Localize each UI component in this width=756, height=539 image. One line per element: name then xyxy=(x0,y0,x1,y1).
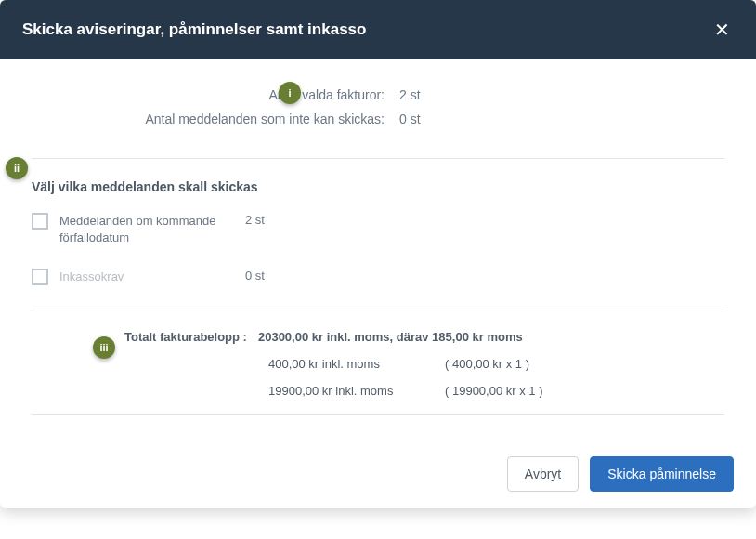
modal-body: Antal valda fakturor: 2 st Antal meddela… xyxy=(0,59,756,445)
close-button[interactable]: ✕ xyxy=(710,17,734,43)
annotation-badge-iii: iii xyxy=(93,336,115,359)
checkbox-upcoming-due[interactable] xyxy=(32,213,48,230)
annotation-badge-i: i xyxy=(279,82,301,104)
totals-summary: 20300,00 kr inkl. moms, därav 185,00 kr … xyxy=(258,330,523,344)
info-invoices-value: 2 st xyxy=(399,87,724,102)
info-unsendable-value: 0 st xyxy=(399,112,724,126)
totals-lines: 400,00 kr inkl. moms ( 400,00 kr x 1 ) 1… xyxy=(124,357,724,398)
divider-1 xyxy=(32,158,724,159)
totals-line-0: 400,00 kr inkl. moms ( 400,00 kr x 1 ) xyxy=(268,357,724,371)
totals-line-1: 19900,00 kr inkl. moms ( 19900,00 kr x 1… xyxy=(268,384,724,398)
totals-label: Totalt fakturabelopp : xyxy=(124,330,247,344)
divider-3 xyxy=(32,414,724,415)
option-count-0: 2 st xyxy=(245,213,265,227)
totals-summary-row: Totalt fakturabelopp : 20300,00 kr inkl.… xyxy=(124,330,724,344)
close-icon: ✕ xyxy=(714,20,730,40)
modal: Skicka aviseringar, påminnelser samt ink… xyxy=(0,0,756,508)
option-count-1: 0 st xyxy=(245,269,265,283)
modal-header: Skicka aviseringar, påminnelser samt ink… xyxy=(0,0,756,59)
modal-title: Skicka aviseringar, påminnelser samt ink… xyxy=(22,20,366,39)
totals-line-0-amount: 400,00 kr inkl. moms xyxy=(268,357,445,371)
info-row-unsendable: Antal meddelanden som inte kan skickas: … xyxy=(32,112,724,126)
option-label-1: Inkassokrav xyxy=(59,269,245,285)
submit-button[interactable]: Skicka påminnelse xyxy=(590,456,734,492)
info-section: Antal valda fakturor: 2 st Antal meddela… xyxy=(32,82,724,158)
checkbox-inkasso[interactable] xyxy=(32,269,48,285)
info-row-invoices: Antal valda fakturor: 2 st xyxy=(32,87,724,102)
totals-section: Totalt fakturabelopp : 20300,00 kr inkl.… xyxy=(32,330,724,398)
section-title: Välj vilka meddelanden skall skickas xyxy=(32,179,724,194)
info-unsendable-label: Antal meddelanden som inte kan skickas: xyxy=(145,112,385,126)
option-label-0: Meddelanden om kommande förfallodatum xyxy=(59,213,245,246)
modal-footer: Avbryt Skicka påminnelse xyxy=(0,445,756,508)
option-row-1: Inkassokrav 0 st xyxy=(32,269,724,285)
totals-line-0-calc: ( 400,00 kr x 1 ) xyxy=(445,357,529,371)
annotation-badge-ii: ii xyxy=(6,157,28,179)
totals-line-1-amount: 19900,00 kr inkl. moms xyxy=(268,384,445,398)
option-row-0: Meddelanden om kommande förfallodatum 2 … xyxy=(32,213,724,246)
totals-line-1-calc: ( 19900,00 kr x 1 ) xyxy=(445,384,543,398)
divider-2 xyxy=(32,309,724,309)
cancel-button[interactable]: Avbryt xyxy=(507,456,579,492)
